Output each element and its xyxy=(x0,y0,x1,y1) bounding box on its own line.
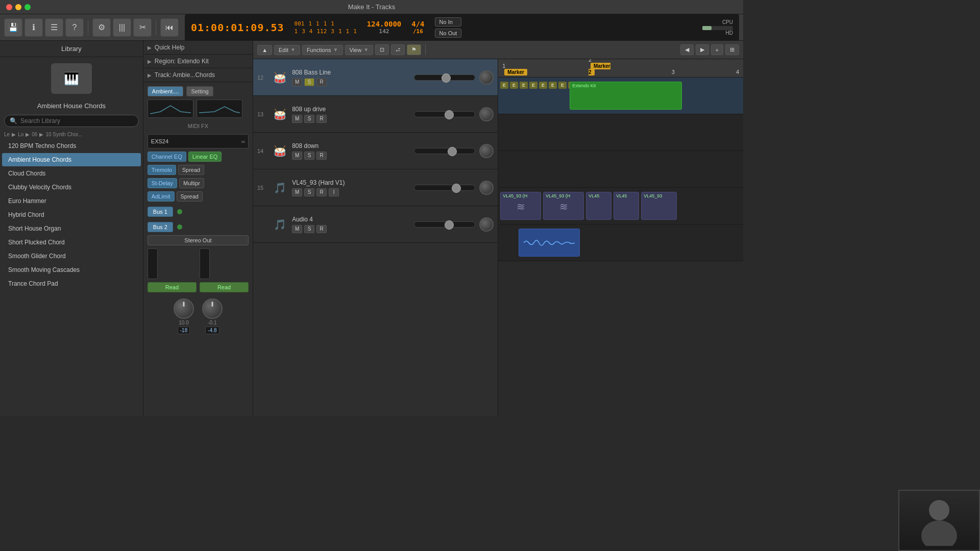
output-label[interactable]: No Out xyxy=(435,29,462,38)
bus1-button[interactable]: Bus 1 xyxy=(148,207,173,217)
e-badge[interactable]: E xyxy=(520,82,528,89)
record-button[interactable]: R xyxy=(316,152,327,160)
left-fader[interactable] xyxy=(148,248,158,279)
scroll-up-button[interactable]: ▲ xyxy=(257,45,272,55)
spread-plugin[interactable]: Spread xyxy=(178,165,204,175)
track-fader[interactable] xyxy=(414,148,475,154)
zoom-left-button[interactable]: ◀ xyxy=(680,44,694,55)
library-item[interactable]: Short House Organ xyxy=(2,222,141,235)
track-fader[interactable] xyxy=(414,74,475,81)
right-read-button[interactable]: Read xyxy=(200,282,249,292)
track-fader[interactable] xyxy=(414,221,475,228)
library-item[interactable]: Cloud Chords xyxy=(2,167,141,180)
library-item[interactable]: 120 BPM Techno Chords xyxy=(2,139,141,153)
linear-eq-plugin[interactable]: Linear EQ xyxy=(188,152,222,162)
catch-button[interactable]: ⥄ xyxy=(391,44,405,55)
e-badge[interactable]: E xyxy=(549,82,557,89)
solo-button[interactable]: S xyxy=(304,115,314,123)
solo-button[interactable]: S xyxy=(304,188,314,196)
mute-button[interactable]: M xyxy=(292,152,302,160)
time-signature[interactable]: 4/4 /16 xyxy=(411,20,424,35)
search-box[interactable]: 🔍 xyxy=(4,115,139,127)
input-button[interactable]: I xyxy=(329,188,339,196)
solo-button[interactable]: S xyxy=(304,78,314,86)
input-label[interactable]: No In xyxy=(435,17,462,27)
library-item[interactable]: Euro Hammer xyxy=(2,194,141,208)
quick-help-section[interactable]: ▶ Quick Help xyxy=(143,41,253,55)
exs24-plugin[interactable]: EXS24 ∞ xyxy=(148,134,249,148)
vl45-clip-5[interactable]: VL45_93 xyxy=(641,192,677,220)
multipr-plugin[interactable]: Multipr xyxy=(179,178,204,188)
settings-button[interactable]: ⚙ xyxy=(92,18,111,37)
minimize-button[interactable] xyxy=(15,4,21,10)
library-item[interactable]: Trance Chord Pad xyxy=(2,277,141,290)
mute-button[interactable]: M xyxy=(292,115,302,123)
track-select-button[interactable]: ⊡ xyxy=(375,44,389,55)
edit-button[interactable]: Edit ▼ xyxy=(274,45,300,55)
e-badge[interactable]: E xyxy=(500,82,508,89)
region-section[interactable]: ▶ Region: Extendo Kit xyxy=(143,55,253,68)
maximize-button[interactable] xyxy=(24,4,31,10)
track-volume-knob[interactable] xyxy=(479,70,494,85)
solo-button[interactable]: S xyxy=(304,152,314,160)
solo-button[interactable]: S xyxy=(304,225,314,233)
right-fader[interactable] xyxy=(200,248,210,279)
zoom-right-button[interactable]: ▶ xyxy=(696,44,709,55)
add-track-button[interactable]: + xyxy=(711,44,723,55)
track-section[interactable]: ▶ Track: Ambie...Chords xyxy=(143,68,253,82)
info-button[interactable]: ℹ xyxy=(24,18,43,37)
help-button[interactable]: ? xyxy=(65,18,84,37)
audio-clip[interactable] xyxy=(519,229,580,257)
st-delay-plugin[interactable]: St-Delay xyxy=(148,178,177,188)
library-item[interactable]: Short Plucked Chord xyxy=(2,236,141,249)
library-item[interactable]: Hybrid Chord xyxy=(2,208,141,221)
library-item[interactable]: Smooth Glider Chord xyxy=(2,249,141,263)
track-volume-knob[interactable] xyxy=(479,107,494,121)
library-item[interactable]: Clubby Velocity Chords xyxy=(2,181,141,194)
vl45-clip-1[interactable]: VL45_93 (H ≋ xyxy=(500,192,541,220)
vl45-clip-3[interactable]: VL45 xyxy=(586,192,611,220)
pan-knob[interactable] xyxy=(202,298,223,319)
bpm-display[interactable]: 124.0000 142 xyxy=(367,20,401,35)
volume-knob[interactable] xyxy=(174,298,194,319)
e-badge[interactable]: E xyxy=(529,82,537,89)
mute-button[interactable]: M xyxy=(292,78,302,86)
track-volume-knob[interactable] xyxy=(479,181,494,195)
list-button[interactable]: ☰ xyxy=(45,18,63,37)
functions-button[interactable]: Functions ▼ xyxy=(302,45,343,55)
left-read-button[interactable]: Read xyxy=(148,282,197,292)
bus2-button[interactable]: Bus 2 xyxy=(148,222,173,232)
spread2-plugin[interactable]: Spread xyxy=(177,191,203,202)
vl45-clip-2[interactable]: VL45_93 (H ≋ xyxy=(543,192,584,220)
e-badge[interactable]: E xyxy=(539,82,547,89)
stereo-out-button[interactable]: Stereo Out xyxy=(148,235,249,245)
vl45-clip-4[interactable]: VL45 xyxy=(614,192,639,220)
media-browser-button[interactable]: 💾 xyxy=(4,18,22,37)
preset-button[interactable]: Ambient.... xyxy=(148,86,184,96)
record-button[interactable]: R xyxy=(316,115,327,123)
adlimit-plugin[interactable]: AdLimit xyxy=(148,191,175,202)
search-input[interactable] xyxy=(20,117,133,124)
track-fader[interactable] xyxy=(414,111,475,117)
channel-eq-plugin[interactable]: Channel EQ xyxy=(148,152,186,162)
scissors-button[interactable]: ✂ xyxy=(133,18,152,37)
mute-button[interactable]: M xyxy=(292,188,302,196)
e-badge[interactable]: E xyxy=(510,82,518,89)
extendo-kit-clip[interactable]: Extendo Kit xyxy=(570,82,682,110)
record-button[interactable]: R xyxy=(316,225,327,233)
track-fader[interactable] xyxy=(414,185,475,191)
track-volume-knob[interactable] xyxy=(479,144,494,158)
tremolo-plugin[interactable]: Tremolo xyxy=(148,165,176,175)
rewind-button[interactable]: ⏮ xyxy=(160,18,179,37)
view-button[interactable]: View ▼ xyxy=(345,45,374,55)
e-badge[interactable]: E xyxy=(558,82,567,89)
timecode-display[interactable]: 01:00:01:09.53 xyxy=(191,21,284,34)
record-button[interactable]: R xyxy=(316,78,327,86)
mute-button[interactable]: M xyxy=(292,225,302,233)
mixer-button[interactable]: ||| xyxy=(113,18,131,37)
zoom-control[interactable]: ⊞ xyxy=(725,44,739,55)
track-volume-knob[interactable] xyxy=(479,217,494,232)
setting-button[interactable]: Setting xyxy=(186,86,213,96)
library-item-active[interactable]: Ambient House Chords xyxy=(2,153,141,166)
automation-button[interactable]: ⚑ xyxy=(407,44,421,55)
